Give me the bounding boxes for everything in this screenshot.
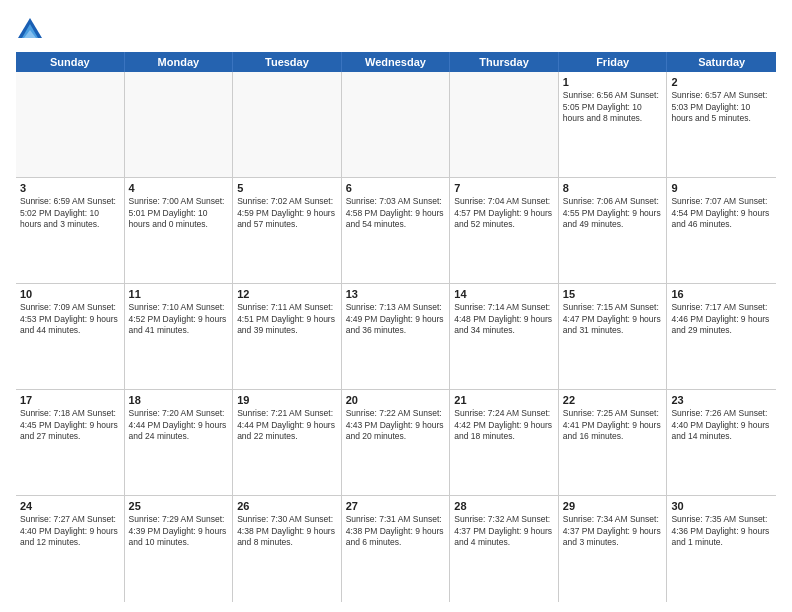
day-info: Sunrise: 7:24 AM Sunset: 4:42 PM Dayligh… <box>454 408 554 442</box>
page: SundayMondayTuesdayWednesdayThursdayFrid… <box>0 0 792 612</box>
calendar-cell: 16Sunrise: 7:17 AM Sunset: 4:46 PM Dayli… <box>667 284 776 389</box>
day-number: 23 <box>671 393 772 407</box>
calendar-cell: 8Sunrise: 7:06 AM Sunset: 4:55 PM Daylig… <box>559 178 668 283</box>
day-number: 5 <box>237 181 337 195</box>
calendar-cell: 5Sunrise: 7:02 AM Sunset: 4:59 PM Daylig… <box>233 178 342 283</box>
day-number: 22 <box>563 393 663 407</box>
day-number: 25 <box>129 499 229 513</box>
calendar-cell: 10Sunrise: 7:09 AM Sunset: 4:53 PM Dayli… <box>16 284 125 389</box>
calendar-body: 1Sunrise: 6:56 AM Sunset: 5:05 PM Daylig… <box>16 72 776 602</box>
header-day-tuesday: Tuesday <box>233 52 342 72</box>
calendar-row-1: 3Sunrise: 6:59 AM Sunset: 5:02 PM Daylig… <box>16 178 776 284</box>
day-info: Sunrise: 7:02 AM Sunset: 4:59 PM Dayligh… <box>237 196 337 230</box>
day-info: Sunrise: 7:03 AM Sunset: 4:58 PM Dayligh… <box>346 196 446 230</box>
day-number: 26 <box>237 499 337 513</box>
day-info: Sunrise: 7:15 AM Sunset: 4:47 PM Dayligh… <box>563 302 663 336</box>
day-info: Sunrise: 7:34 AM Sunset: 4:37 PM Dayligh… <box>563 514 663 548</box>
day-number: 6 <box>346 181 446 195</box>
day-info: Sunrise: 7:31 AM Sunset: 4:38 PM Dayligh… <box>346 514 446 548</box>
day-number: 3 <box>20 181 120 195</box>
day-info: Sunrise: 7:21 AM Sunset: 4:44 PM Dayligh… <box>237 408 337 442</box>
day-info: Sunrise: 7:29 AM Sunset: 4:39 PM Dayligh… <box>129 514 229 548</box>
calendar-cell: 1Sunrise: 6:56 AM Sunset: 5:05 PM Daylig… <box>559 72 668 177</box>
day-info: Sunrise: 7:06 AM Sunset: 4:55 PM Dayligh… <box>563 196 663 230</box>
day-info: Sunrise: 7:13 AM Sunset: 4:49 PM Dayligh… <box>346 302 446 336</box>
calendar-cell: 2Sunrise: 6:57 AM Sunset: 5:03 PM Daylig… <box>667 72 776 177</box>
day-number: 27 <box>346 499 446 513</box>
day-info: Sunrise: 7:11 AM Sunset: 4:51 PM Dayligh… <box>237 302 337 336</box>
calendar-cell <box>342 72 451 177</box>
calendar-cell <box>233 72 342 177</box>
day-info: Sunrise: 7:10 AM Sunset: 4:52 PM Dayligh… <box>129 302 229 336</box>
day-number: 24 <box>20 499 120 513</box>
day-info: Sunrise: 7:35 AM Sunset: 4:36 PM Dayligh… <box>671 514 772 548</box>
day-info: Sunrise: 6:57 AM Sunset: 5:03 PM Dayligh… <box>671 90 772 124</box>
day-number: 7 <box>454 181 554 195</box>
calendar-cell: 18Sunrise: 7:20 AM Sunset: 4:44 PM Dayli… <box>125 390 234 495</box>
day-number: 20 <box>346 393 446 407</box>
calendar-cell: 6Sunrise: 7:03 AM Sunset: 4:58 PM Daylig… <box>342 178 451 283</box>
calendar-cell: 14Sunrise: 7:14 AM Sunset: 4:48 PM Dayli… <box>450 284 559 389</box>
logo <box>16 16 48 44</box>
day-info: Sunrise: 6:56 AM Sunset: 5:05 PM Dayligh… <box>563 90 663 124</box>
day-info: Sunrise: 7:17 AM Sunset: 4:46 PM Dayligh… <box>671 302 772 336</box>
calendar-row-4: 24Sunrise: 7:27 AM Sunset: 4:40 PM Dayli… <box>16 496 776 602</box>
day-number: 9 <box>671 181 772 195</box>
day-number: 1 <box>563 75 663 89</box>
calendar-cell: 20Sunrise: 7:22 AM Sunset: 4:43 PM Dayli… <box>342 390 451 495</box>
header-day-saturday: Saturday <box>667 52 776 72</box>
day-number: 10 <box>20 287 120 301</box>
calendar-cell: 17Sunrise: 7:18 AM Sunset: 4:45 PM Dayli… <box>16 390 125 495</box>
day-info: Sunrise: 7:14 AM Sunset: 4:48 PM Dayligh… <box>454 302 554 336</box>
day-info: Sunrise: 7:26 AM Sunset: 4:40 PM Dayligh… <box>671 408 772 442</box>
calendar-cell: 28Sunrise: 7:32 AM Sunset: 4:37 PM Dayli… <box>450 496 559 602</box>
day-number: 19 <box>237 393 337 407</box>
day-number: 30 <box>671 499 772 513</box>
day-number: 4 <box>129 181 229 195</box>
calendar-cell: 9Sunrise: 7:07 AM Sunset: 4:54 PM Daylig… <box>667 178 776 283</box>
calendar-cell: 3Sunrise: 6:59 AM Sunset: 5:02 PM Daylig… <box>16 178 125 283</box>
day-number: 15 <box>563 287 663 301</box>
day-number: 17 <box>20 393 120 407</box>
logo-icon <box>16 16 44 44</box>
calendar-cell: 13Sunrise: 7:13 AM Sunset: 4:49 PM Dayli… <box>342 284 451 389</box>
calendar-cell: 15Sunrise: 7:15 AM Sunset: 4:47 PM Dayli… <box>559 284 668 389</box>
calendar-row-2: 10Sunrise: 7:09 AM Sunset: 4:53 PM Dayli… <box>16 284 776 390</box>
header-day-wednesday: Wednesday <box>342 52 451 72</box>
day-info: Sunrise: 7:32 AM Sunset: 4:37 PM Dayligh… <box>454 514 554 548</box>
day-info: Sunrise: 7:30 AM Sunset: 4:38 PM Dayligh… <box>237 514 337 548</box>
calendar-cell: 7Sunrise: 7:04 AM Sunset: 4:57 PM Daylig… <box>450 178 559 283</box>
day-info: Sunrise: 7:20 AM Sunset: 4:44 PM Dayligh… <box>129 408 229 442</box>
header-day-monday: Monday <box>125 52 234 72</box>
header-day-thursday: Thursday <box>450 52 559 72</box>
calendar-cell <box>125 72 234 177</box>
calendar-cell <box>16 72 125 177</box>
calendar-header: SundayMondayTuesdayWednesdayThursdayFrid… <box>16 52 776 72</box>
day-info: Sunrise: 7:22 AM Sunset: 4:43 PM Dayligh… <box>346 408 446 442</box>
calendar-cell: 22Sunrise: 7:25 AM Sunset: 4:41 PM Dayli… <box>559 390 668 495</box>
calendar-cell: 4Sunrise: 7:00 AM Sunset: 5:01 PM Daylig… <box>125 178 234 283</box>
day-info: Sunrise: 7:00 AM Sunset: 5:01 PM Dayligh… <box>129 196 229 230</box>
day-number: 29 <box>563 499 663 513</box>
day-info: Sunrise: 7:04 AM Sunset: 4:57 PM Dayligh… <box>454 196 554 230</box>
calendar-cell: 11Sunrise: 7:10 AM Sunset: 4:52 PM Dayli… <box>125 284 234 389</box>
calendar-cell: 12Sunrise: 7:11 AM Sunset: 4:51 PM Dayli… <box>233 284 342 389</box>
calendar-cell: 21Sunrise: 7:24 AM Sunset: 4:42 PM Dayli… <box>450 390 559 495</box>
calendar-cell: 23Sunrise: 7:26 AM Sunset: 4:40 PM Dayli… <box>667 390 776 495</box>
calendar-row-0: 1Sunrise: 6:56 AM Sunset: 5:05 PM Daylig… <box>16 72 776 178</box>
calendar-cell: 30Sunrise: 7:35 AM Sunset: 4:36 PM Dayli… <box>667 496 776 602</box>
calendar-cell: 24Sunrise: 7:27 AM Sunset: 4:40 PM Dayli… <box>16 496 125 602</box>
header <box>16 16 776 44</box>
day-number: 8 <box>563 181 663 195</box>
day-info: Sunrise: 7:25 AM Sunset: 4:41 PM Dayligh… <box>563 408 663 442</box>
day-info: Sunrise: 7:27 AM Sunset: 4:40 PM Dayligh… <box>20 514 120 548</box>
day-number: 14 <box>454 287 554 301</box>
day-number: 2 <box>671 75 772 89</box>
calendar-cell: 25Sunrise: 7:29 AM Sunset: 4:39 PM Dayli… <box>125 496 234 602</box>
calendar-cell: 19Sunrise: 7:21 AM Sunset: 4:44 PM Dayli… <box>233 390 342 495</box>
calendar-cell: 27Sunrise: 7:31 AM Sunset: 4:38 PM Dayli… <box>342 496 451 602</box>
day-number: 21 <box>454 393 554 407</box>
day-info: Sunrise: 7:07 AM Sunset: 4:54 PM Dayligh… <box>671 196 772 230</box>
day-number: 16 <box>671 287 772 301</box>
calendar: SundayMondayTuesdayWednesdayThursdayFrid… <box>16 52 776 602</box>
